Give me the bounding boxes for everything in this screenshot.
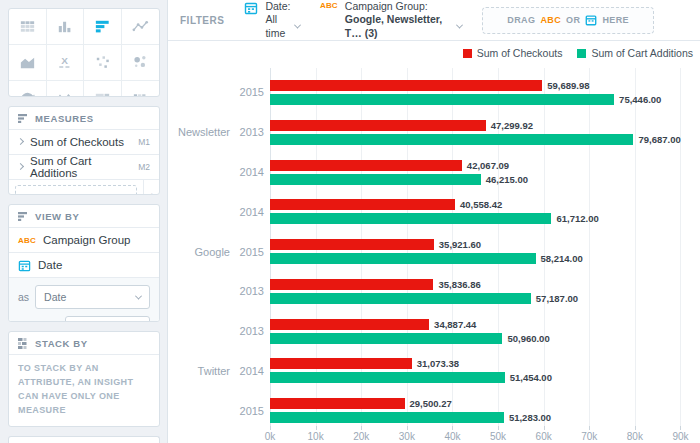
chevron-down-icon (294, 22, 301, 29)
filter-dropzone[interactable]: DRAG ABC OR HERE (482, 7, 654, 34)
row-bars: 59,689.9875,446.00 (270, 68, 696, 108)
stack-by-header: STACK BY (9, 332, 159, 354)
checkouts-bar[interactable] (270, 80, 542, 91)
cart-additions-bar[interactable] (270, 333, 502, 344)
legend-label: Sum of Checkouts (477, 47, 563, 59)
checkouts-bar[interactable] (270, 319, 429, 330)
campaign-group-filter[interactable]: ABC Campaign Group: Google, Newsletter, … (320, 0, 462, 40)
chart-row: Google201535,921.6058,214.00 (168, 227, 696, 267)
cart-additions-bar[interactable] (270, 213, 551, 224)
x-tick-label: 90k (672, 431, 688, 442)
x-tick-mark (452, 426, 453, 430)
data-label: 61,712.00 (556, 213, 598, 224)
year-label: 2013 (230, 307, 264, 347)
bar-line: 46,215.00 (270, 174, 696, 185)
legend-item-sum-of-checkouts[interactable]: Sum of Checkouts (463, 47, 563, 59)
viz-type-bar-button[interactable] (84, 9, 122, 45)
viz-type-donut-button[interactable] (47, 81, 85, 97)
chart-row: Newsletter201347,299.9279,687.00 (168, 108, 696, 148)
donut-chart-icon (55, 90, 74, 97)
x-tick-label: 40k (444, 431, 460, 442)
headline-chart-icon: X (55, 53, 74, 72)
bar-line: 42,067.09 (270, 160, 696, 171)
viz-type-column-button[interactable] (47, 9, 85, 45)
viz-type-treemap-button[interactable] (84, 81, 122, 97)
viz-type-heatmap-button[interactable] (122, 81, 160, 97)
filter-name: Campaign Group: (345, 0, 462, 13)
viz-type-headline-button[interactable]: X (47, 45, 85, 81)
x-axis: 0k10k20k30k40k50k60k70k80k90k (270, 426, 696, 443)
x-tick-mark (270, 426, 271, 430)
cart-additions-bar[interactable] (270, 134, 633, 145)
measure-item-sum-of-checkouts[interactable]: Sum of Checkouts M1 (9, 129, 159, 154)
calendar-icon (244, 1, 258, 41)
chart-row: 201335,836.8657,187.00 (168, 267, 696, 307)
view-by-title: VIEW BY (35, 211, 79, 222)
measures-header: MEASURES (9, 107, 159, 129)
bar-line: 79,687.00 (270, 134, 696, 145)
cart-additions-bar[interactable] (270, 94, 614, 105)
measures-title: MEASURES (35, 113, 94, 124)
view-by-item-date[interactable]: Date (9, 252, 159, 277)
checkouts-bar[interactable] (270, 398, 405, 409)
granularity-select[interactable]: Year (65, 316, 150, 322)
stack-by-panel: STACK BY TO STACK BY AN ATTRIBUTE, AN IN… (8, 331, 160, 427)
bar-line: 35,836.86 (270, 279, 696, 290)
drop-hint-text: DRAG (16, 193, 44, 196)
viz-type-bubble-button[interactable] (122, 45, 160, 81)
drop-hint-text: OR (68, 193, 82, 196)
cart-additions-bar[interactable] (270, 372, 505, 383)
viz-type-pie-button[interactable] (9, 81, 47, 97)
bar-line: 51,454.00 (270, 372, 696, 383)
year-label: 2014 (230, 187, 264, 227)
data-label: 51,283.00 (509, 412, 551, 423)
filter-value: Google, Newsletter, T… (3) (345, 13, 452, 40)
bar-line: 34,887.44 (270, 319, 696, 330)
measure-label: Sum of Checkouts (30, 136, 124, 148)
cart-additions-bar[interactable] (270, 253, 536, 264)
filter-name: Date: (265, 0, 299, 13)
viz-type-line-button[interactable] (122, 9, 160, 45)
viz-type-area-button[interactable] (9, 45, 47, 81)
checkouts-bar[interactable] (270, 120, 486, 131)
cart-additions-bar[interactable] (270, 412, 504, 423)
stack-measures-row: Stack measures (9, 422, 159, 427)
viz-type-scatter-button[interactable] (84, 45, 122, 81)
view-by-item-campaign-group[interactable]: ABC Campaign Group (9, 227, 159, 252)
checkouts-bar[interactable] (270, 279, 433, 290)
date-config: as Date group by Year (9, 277, 159, 322)
chart-row: 201529,500.2751,283.00 (168, 386, 696, 426)
stack-grid-icon (18, 338, 29, 349)
measures-dropzone[interactable]: DRAG 123 OR ABC HERE (15, 185, 137, 196)
filters-bar: FILTERS Date: All time ABC Campaign Grou… (168, 0, 700, 41)
chevron-right-icon[interactable] (17, 138, 24, 145)
measure-tag: M2 (138, 162, 150, 172)
legend-item-sum-of-cart-additions[interactable]: Sum of Cart Additions (577, 47, 693, 59)
date-dimension-select[interactable]: Date (35, 285, 150, 309)
add-measure-button[interactable]: + (143, 180, 159, 196)
bar-line: 50,960.00 (270, 333, 696, 344)
bar-line: 31,073.38 (270, 358, 696, 369)
cart-additions-bar[interactable] (270, 174, 481, 185)
measure-item-sum-of-cart-additions[interactable]: Sum of Cart Additions M2 (9, 154, 159, 179)
group-label (168, 148, 230, 188)
table-chart-icon (18, 17, 37, 36)
cart-additions-bar[interactable] (270, 293, 531, 304)
checkouts-bar[interactable] (270, 358, 412, 369)
checkouts-bar[interactable] (270, 160, 462, 171)
checkouts-bar[interactable] (270, 199, 455, 210)
measures-drop-row: DRAG 123 OR ABC HERE + (9, 179, 159, 196)
x-tick-label: 10k (308, 431, 324, 442)
x-tick-label: 50k (490, 431, 506, 442)
chevron-right-icon[interactable] (17, 163, 24, 170)
legend-label: Sum of Cart Additions (591, 47, 693, 59)
data-label: 42,067.09 (467, 160, 509, 171)
chevron-down-icon (456, 22, 463, 29)
abc-token: ABC (540, 15, 561, 25)
group-label: Twitter (168, 346, 230, 386)
data-label: 75,446.00 (619, 94, 661, 105)
viz-type-table-button[interactable] (9, 9, 47, 45)
date-filter[interactable]: Date: All time (244, 0, 299, 40)
checkouts-bar[interactable] (270, 239, 434, 250)
bar-line: 75,446.00 (270, 94, 696, 105)
